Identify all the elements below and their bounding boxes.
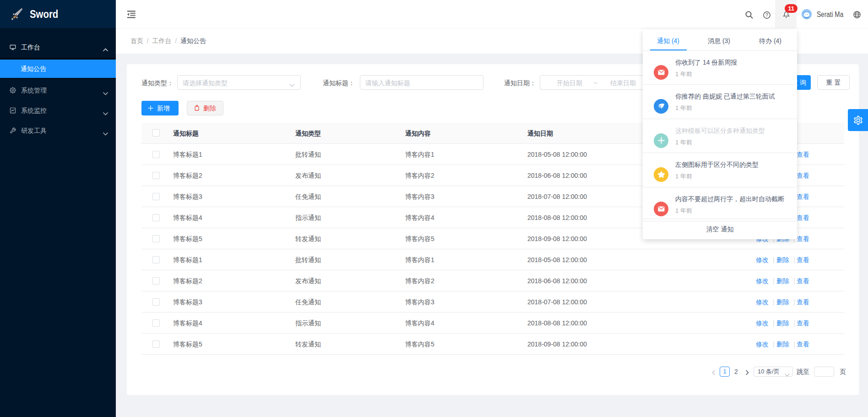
svg-text:?: ? bbox=[765, 12, 768, 18]
